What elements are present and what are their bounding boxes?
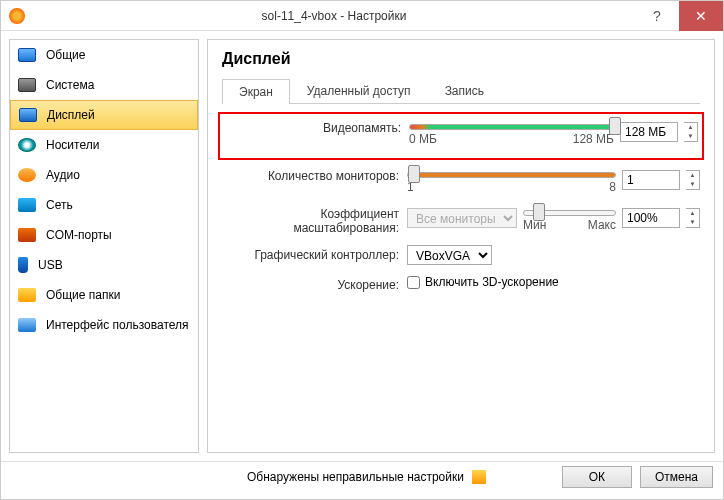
slider-handle[interactable] bbox=[408, 165, 420, 183]
monitors-slider[interactable] bbox=[407, 172, 616, 178]
slider-handle[interactable] bbox=[533, 203, 545, 221]
accel-label: Ускорение: bbox=[222, 275, 407, 292]
sidebar-item-audio[interactable]: Аудио bbox=[10, 160, 198, 190]
tab-screen[interactable]: Экран bbox=[222, 79, 290, 104]
monitors-input[interactable] bbox=[622, 170, 680, 190]
audio-icon bbox=[18, 168, 36, 182]
tab-remote[interactable]: Удаленный доступ bbox=[290, 78, 428, 103]
ui-icon bbox=[18, 318, 36, 332]
settings-panel: Дисплей Экран Удаленный доступ Запись Ви… bbox=[207, 39, 715, 453]
system-icon bbox=[18, 78, 36, 92]
com-icon bbox=[18, 228, 36, 242]
sidebar-item-general[interactable]: Общие bbox=[10, 40, 198, 70]
display-icon bbox=[19, 108, 37, 122]
warning-icon bbox=[472, 470, 486, 484]
video-memory-highlight: Видеопамять: 0 МБ128 МБ ▲▼ bbox=[218, 112, 704, 160]
scale-monitor-select: Все мониторы bbox=[407, 208, 517, 228]
scale-label: Коэффициент масштабирования: bbox=[222, 204, 407, 235]
usb-icon bbox=[18, 257, 28, 273]
sidebar-item-usb[interactable]: USB bbox=[10, 250, 198, 280]
sidebar-item-system[interactable]: Система bbox=[10, 70, 198, 100]
titlebar: sol-11_4-vbox - Настройки ? ✕ bbox=[1, 1, 723, 31]
scale-spinner[interactable]: ▲▼ bbox=[686, 208, 700, 228]
scale-slider[interactable] bbox=[523, 210, 616, 216]
video-memory-label: Видеопамять: bbox=[224, 118, 409, 135]
sidebar-item-com[interactable]: COM-порты bbox=[10, 220, 198, 250]
storage-icon bbox=[18, 138, 36, 152]
video-memory-input[interactable] bbox=[620, 122, 678, 142]
network-icon bbox=[18, 198, 36, 212]
monitors-spinner[interactable]: ▲▼ bbox=[686, 170, 700, 190]
tabs: Экран Удаленный доступ Запись bbox=[222, 78, 700, 104]
sidebar-item-ui[interactable]: Интерфейс пользователя bbox=[10, 310, 198, 340]
tab-record[interactable]: Запись bbox=[428, 78, 501, 103]
warning-text: Обнаружены неправильные настройки bbox=[247, 470, 464, 484]
gpu-label: Графический контроллер: bbox=[222, 245, 407, 262]
scale-input[interactable] bbox=[622, 208, 680, 228]
help-button[interactable]: ? bbox=[635, 1, 679, 31]
ok-button[interactable]: ОК bbox=[562, 466, 632, 488]
sidebar-item-display[interactable]: Дисплей bbox=[10, 100, 198, 130]
sidebar-item-shared[interactable]: Общие папки bbox=[10, 280, 198, 310]
settings-sidebar: Общие Система Дисплей Носители Аудио Сет… bbox=[9, 39, 199, 453]
sidebar-item-network[interactable]: Сеть bbox=[10, 190, 198, 220]
app-icon bbox=[9, 8, 25, 24]
monitors-label: Количество мониторов: bbox=[222, 166, 407, 183]
video-memory-slider[interactable] bbox=[409, 124, 614, 130]
general-icon bbox=[18, 48, 36, 62]
footer: Обнаружены неправильные настройки ОК Отм… bbox=[1, 461, 723, 491]
close-button[interactable]: ✕ bbox=[679, 1, 723, 31]
video-memory-spinner[interactable]: ▲▼ bbox=[684, 122, 698, 142]
accel-3d-checkbox[interactable]: Включить 3D-ускорение bbox=[407, 275, 559, 289]
panel-title: Дисплей bbox=[222, 50, 700, 68]
folder-icon bbox=[18, 288, 36, 302]
slider-handle[interactable] bbox=[609, 117, 621, 135]
gpu-select[interactable]: VBoxVGA bbox=[407, 245, 492, 265]
window-title: sol-11_4-vbox - Настройки bbox=[33, 9, 635, 23]
cancel-button[interactable]: Отмена bbox=[640, 466, 713, 488]
sidebar-item-storage[interactable]: Носители bbox=[10, 130, 198, 160]
